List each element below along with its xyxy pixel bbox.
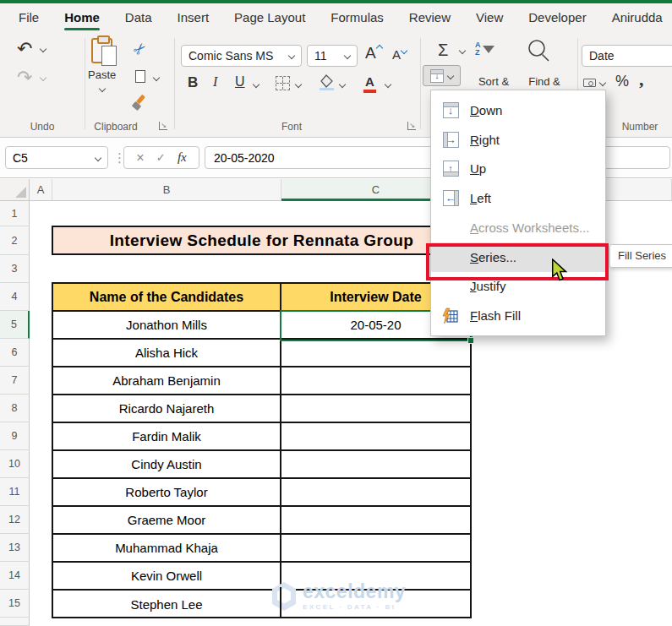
font-size-combo[interactable]: 11 xyxy=(307,45,358,67)
column-header-a[interactable]: A xyxy=(30,179,52,201)
cell-c9[interactable] xyxy=(281,423,470,451)
sheet-title-cell[interactable]: Interview Schedule for Rennata Group xyxy=(52,226,472,255)
row-header-4[interactable]: 4 xyxy=(0,283,30,311)
row-header-9[interactable]: 9 xyxy=(0,422,30,450)
shrink-font-button[interactable]: A xyxy=(392,48,406,61)
fill-button[interactable]: ↓ xyxy=(423,65,461,86)
menu-item-flash-fill[interactable]: Flash Fill xyxy=(431,301,605,330)
paste-label: Paste xyxy=(88,68,116,81)
comma-style-icon[interactable]: , xyxy=(639,70,644,89)
cell-b8[interactable]: Ricardo Najareth xyxy=(53,395,281,423)
name-box-chevron-icon[interactable] xyxy=(95,154,101,161)
cell-c13[interactable] xyxy=(281,535,470,563)
row-header-8[interactable]: 8 xyxy=(0,395,30,422)
row-header-7[interactable]: 7 xyxy=(0,367,30,395)
tab-insert[interactable]: Insert xyxy=(178,3,210,31)
row-header-2[interactable]: 2 xyxy=(0,226,30,255)
cell-b5[interactable]: Jonathon Mills xyxy=(53,312,281,340)
name-box[interactable]: C5 xyxy=(5,146,108,169)
tab-page-layout[interactable]: Page Layout xyxy=(234,3,305,31)
underline-button[interactable]: U xyxy=(235,75,245,89)
cell-b9[interactable]: Fardin Malik xyxy=(53,423,281,451)
row-header-1[interactable]: 1 xyxy=(0,201,30,226)
cell-b7[interactable]: Abraham Benjamin xyxy=(53,367,281,395)
borders-chevron-icon[interactable] xyxy=(295,81,302,88)
row-header-3[interactable]: 3 xyxy=(0,255,30,283)
tab-anirudda[interactable]: Anirudda xyxy=(612,3,663,31)
insert-function-icon[interactable]: fx xyxy=(178,150,187,165)
percent-style-icon[interactable]: % xyxy=(615,73,629,89)
cell-c10[interactable] xyxy=(281,451,470,479)
sort-filter-icon[interactable]: AZ xyxy=(475,41,494,57)
cell-c6[interactable] xyxy=(281,340,470,367)
tab-home[interactable]: Home xyxy=(64,3,100,31)
fill-handle[interactable] xyxy=(467,337,474,344)
redo-icon[interactable]: ↷ xyxy=(17,68,32,87)
italic-button[interactable]: I xyxy=(213,75,217,89)
cut-icon[interactable]: ✂ xyxy=(130,39,150,58)
bold-button[interactable]: B xyxy=(188,75,198,90)
menu-item-up[interactable]: ↑ Up xyxy=(431,155,605,184)
select-all-corner[interactable] xyxy=(0,179,30,201)
cell-b13[interactable]: Muhammad Khaja xyxy=(53,535,281,563)
row-header-13[interactable]: 13 xyxy=(0,534,30,562)
undo-icon[interactable]: ↶ xyxy=(17,40,32,58)
tab-file[interactable]: File xyxy=(19,3,39,31)
cell-b10[interactable]: Cindy Austin xyxy=(53,451,281,479)
font-color-chevron-icon[interactable] xyxy=(385,81,391,88)
cell-c7[interactable] xyxy=(281,367,470,395)
font-color-button[interactable]: A xyxy=(363,75,376,93)
row-header-15[interactable]: 15 xyxy=(0,590,30,618)
font-dialog-launcher-icon[interactable]: ↘ xyxy=(407,122,416,130)
menu-item-right[interactable]: → Right xyxy=(431,125,605,155)
row-header-12[interactable]: 12 xyxy=(0,506,30,534)
cell-c8[interactable] xyxy=(281,395,470,423)
autosum-chevron-icon[interactable] xyxy=(459,47,466,54)
copy-icon[interactable] xyxy=(135,70,145,83)
underline-chevron-icon[interactable] xyxy=(253,81,260,88)
fill-color-icon[interactable] xyxy=(318,73,335,93)
cell-b11[interactable]: Roberto Taylor xyxy=(53,479,281,507)
borders-icon[interactable] xyxy=(276,76,290,90)
clipboard-dialog-launcher-icon[interactable]: ↘ xyxy=(159,122,167,130)
row-header-10[interactable]: 10 xyxy=(0,450,30,478)
font-name-combo[interactable]: Comic Sans MS xyxy=(181,45,302,67)
cell-b6[interactable]: Alisha Hick xyxy=(53,340,281,367)
copy-chevron-icon[interactable] xyxy=(153,74,160,81)
column-header-b[interactable]: B xyxy=(52,179,281,201)
row-header-5[interactable]: 5 xyxy=(0,311,30,339)
cell-c11[interactable] xyxy=(281,479,470,507)
tab-developer[interactable]: Developer xyxy=(528,3,586,31)
autosum-icon[interactable]: Σ xyxy=(438,41,448,58)
row-header-16-partial[interactable] xyxy=(0,618,30,626)
cell-b15[interactable]: Stephen Lee xyxy=(53,591,281,618)
sort-filter-label[interactable]: Sort & xyxy=(470,75,517,88)
cell-b12[interactable]: Graeme Moor xyxy=(53,507,281,535)
find-select-label[interactable]: Find & xyxy=(521,75,568,88)
row-header-14[interactable]: 14 xyxy=(0,562,30,590)
tab-data[interactable]: Data xyxy=(125,3,152,31)
enter-icon[interactable]: ✓ xyxy=(156,151,166,164)
tab-formulas[interactable]: Formulas xyxy=(331,3,384,31)
menu-item-justify[interactable]: Justify xyxy=(431,272,605,302)
row-header-6[interactable]: 6 xyxy=(0,339,30,367)
grow-font-button[interactable]: A xyxy=(365,45,381,61)
cell-b14[interactable]: Kevin Orwell xyxy=(53,563,281,591)
menu-item-down[interactable]: ↓ Down xyxy=(431,95,605,125)
format-painter-icon[interactable] xyxy=(132,95,147,111)
find-select-icon[interactable] xyxy=(526,38,551,67)
menu-item-series[interactable]: Series... xyxy=(431,242,605,272)
cancel-icon[interactable]: × xyxy=(136,150,144,166)
number-format-combo[interactable]: Date xyxy=(582,45,672,67)
row-header-11[interactable]: 11 xyxy=(0,478,30,506)
tab-view[interactable]: View xyxy=(476,3,503,31)
cell-c12[interactable] xyxy=(281,507,470,535)
table-header-names[interactable]: Name of the Candidates xyxy=(53,284,281,312)
paste-button[interactable]: Paste xyxy=(88,38,116,91)
accounting-chevron-icon[interactable] xyxy=(599,79,606,86)
tab-review[interactable]: Review xyxy=(409,3,451,31)
undo-chevron-icon[interactable] xyxy=(40,46,46,52)
menu-item-left[interactable]: ← Left xyxy=(431,183,605,213)
accounting-format-icon[interactable] xyxy=(583,79,596,87)
fill-color-chevron-icon[interactable] xyxy=(339,81,346,88)
